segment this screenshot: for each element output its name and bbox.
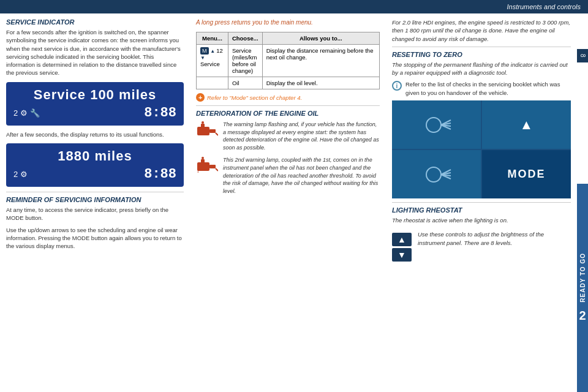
reminder-body-1: At any time, to access the service indic…: [6, 206, 184, 222]
brightness-up-button[interactable]: ▲: [392, 233, 412, 246]
oil-warning-icon-2: !: [196, 156, 218, 173]
svg-rect-7: [201, 159, 205, 164]
svg-point-16: [426, 167, 441, 182]
info-table: Menu... Choose... Allows you to... M ▲ 1…: [196, 32, 380, 89]
oil-can-svg-1: [196, 121, 218, 138]
engine-note: For 2.0 litre HDI engines, the engine sp…: [392, 18, 571, 43]
mode-image-area: ▲ MODE: [392, 100, 571, 198]
divider-3: [392, 47, 571, 47]
svg-point-11: [426, 118, 441, 132]
table-col2-header: Choose...: [228, 32, 262, 45]
reset-body: The stopping of the permanent flashing o…: [392, 61, 571, 77]
info-note-box: i Refer to the list of checks in the ser…: [392, 80, 571, 97]
reminder-body-2: Use the up/down arrows to see the schedu…: [6, 226, 184, 251]
lighting-title: LIGHTING RHEOSTAT: [392, 206, 571, 214]
plus-note-text: Refer to "Mode" section of chapter 4.: [207, 94, 302, 101]
headlight-icon-bottom-left: [421, 162, 452, 187]
display-left-icons-1: 2 ⚙ 🔧: [13, 108, 40, 118]
service-miles-1: Service 100 miles: [13, 87, 176, 103]
service-indicator-title: SERVICE INDICATOR: [6, 18, 184, 26]
table-row1-menu: M ▲ 12 ▼ Service: [197, 45, 228, 77]
svg-line-4: [216, 133, 218, 135]
sidebar-label: READY TO GO: [579, 253, 586, 303]
arrow-down-icon: ▼: [200, 55, 205, 61]
sidebar-number: 2: [579, 309, 586, 323]
mode-cell-bottom-left: [392, 150, 481, 198]
table-col3-header: Allows you to...: [262, 32, 379, 45]
plus-note: + Refer to "Mode" section of chapter 4.: [196, 93, 380, 102]
display-number-2: 2: [13, 170, 18, 179]
svg-rect-6: [209, 165, 216, 168]
arrow-note: Use these controls to adjust the brightn…: [418, 230, 571, 247]
display-icons-row-2: 2 ⚙ 8:88: [13, 167, 176, 182]
right-column: For 2.0 litre HDI engines, the engine sp…: [386, 13, 577, 392]
svg-rect-0: [197, 127, 209, 135]
brightness-arrows: ▲ ▼: [392, 233, 412, 262]
brightness-up-icon: ▲: [398, 235, 406, 244]
svg-rect-1: [209, 129, 216, 133]
reset-title: Resetting to zero: [392, 51, 571, 58]
tool-icon-1: 🔧: [30, 108, 40, 118]
divider-4: [392, 202, 571, 203]
mode-button-label: MODE: [508, 168, 546, 181]
oil-can-svg-2: !: [196, 156, 218, 173]
gear-icon-2: ⚙: [20, 170, 28, 179]
headlight-icon-top-left: [421, 113, 452, 137]
warning-section: The warning lamp flashing and, if your v…: [196, 121, 380, 195]
svg-text:!: !: [197, 168, 199, 173]
service-display-2: 1880 miles 2 ⚙ 8:88: [6, 143, 184, 187]
page-header: Instruments and controls: [0, 0, 588, 13]
reminder-title: Reminder of servicing information: [6, 196, 184, 203]
oil-warning-icon-1: [196, 121, 218, 138]
mode-cell-top-left: [392, 100, 481, 149]
lighting-body: The rheostat is active when the lighting…: [392, 216, 571, 224]
header-title: Instruments and controls: [507, 3, 581, 10]
service-miles-2: 1880 miles: [13, 148, 176, 164]
table-row-1: M ▲ 12 ▼ Service Service(miles/kmbefore …: [197, 45, 380, 77]
plus-circle-icon: +: [196, 93, 205, 102]
right-tab: 8: [577, 49, 588, 62]
middle-column: A long press returns you to the main men…: [190, 13, 386, 392]
mode-cell-top-right: ▲: [482, 100, 571, 149]
table-col1-header: Menu...: [197, 32, 228, 45]
table-row1-allows: Display the distance remaining before th…: [262, 45, 379, 77]
brightness-down-icon: ▼: [398, 251, 406, 259]
svg-point-8: [202, 157, 204, 159]
info-note-text: Refer to the list of checks in the servi…: [405, 80, 571, 97]
service-display-1: Service 100 miles 2 ⚙ 🔧 8:88: [6, 82, 184, 126]
info-circle-icon: i: [392, 81, 402, 91]
table-row1-choose: Service(miles/kmbefore oilchange): [228, 45, 262, 77]
arrow-up-mode-icon: ▲: [520, 117, 533, 133]
display-time-2: 8:88: [144, 167, 176, 182]
arrows-and-note: ▲ ▼ Use these controls to adjust the bri…: [392, 228, 571, 262]
svg-point-3: [202, 121, 204, 124]
table-row2-choose: Oil: [228, 77, 262, 89]
table-row-2: Oil Display the oil level.: [197, 77, 380, 89]
divider-1: [6, 192, 184, 192]
arrow-up-icon: ▲: [210, 48, 216, 54]
table-row2-allows: Display the oil level.: [262, 77, 379, 89]
bottom-sidebar: READY TO GO 2: [577, 184, 588, 392]
warn-row-1: The warning lamp flashing and, if your v…: [196, 121, 380, 151]
svg-line-9: [216, 168, 218, 171]
main-content: SERVICE INDICATOR For a few seconds afte…: [0, 13, 577, 392]
brightness-down-button[interactable]: ▼: [392, 248, 412, 262]
warn-row-2: ! This 2nd warning lamp, coupled with th…: [196, 156, 380, 195]
svg-rect-2: [201, 124, 205, 128]
service-indicator-body: For a few seconds after the ignition is …: [6, 28, 184, 77]
left-column: SERVICE INDICATOR For a few seconds afte…: [0, 13, 190, 392]
display-number-1: 2: [13, 108, 18, 118]
wrench-icon-1: ⚙: [20, 108, 28, 118]
warn-text-2: This 2nd warning lamp, coupled with the …: [223, 156, 380, 195]
display-icons-row-1: 2 ⚙ 🔧 8:88: [13, 105, 176, 121]
mode-cell-bottom-right[interactable]: MODE: [482, 150, 571, 198]
divider-2: [196, 105, 380, 106]
warn-text-1: The warning lamp flashing and, if your v…: [223, 121, 380, 151]
svg-rect-5: [197, 162, 209, 171]
display-left-icons-2: 2 ⚙: [13, 170, 28, 179]
after-seconds-text: After a few seconds, the display returns…: [6, 130, 184, 138]
m-badge: M: [200, 47, 209, 55]
deterioration-title: Deterioration of the engine oil: [196, 110, 380, 117]
long-press-note: A long press returns you to the main men…: [196, 18, 380, 27]
display-time-1: 8:88: [144, 105, 176, 121]
